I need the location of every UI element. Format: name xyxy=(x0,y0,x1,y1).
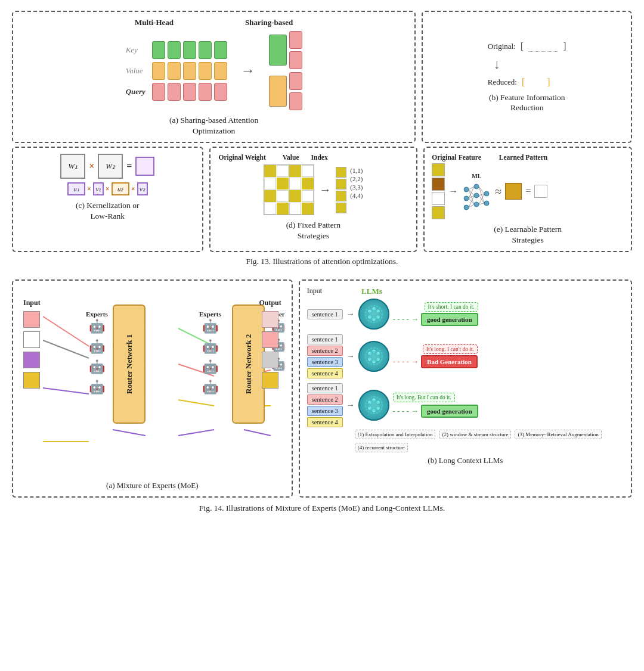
wm-14 xyxy=(302,165,314,177)
moe-subtitle: (a) Mixture of Experts (MoE) xyxy=(20,481,284,490)
panel-a: Multi-Head Sharing-based Key xyxy=(12,11,416,143)
out-1 xyxy=(262,311,278,328)
svg-point-1 xyxy=(464,196,469,201)
wm-41 xyxy=(264,203,276,215)
feat-down-arrow: ↓ xyxy=(494,57,500,72)
of-2 xyxy=(432,178,445,191)
ml-label: ML xyxy=(472,173,481,179)
s2-sent4: sentence 4 xyxy=(307,368,343,378)
in-4 xyxy=(23,372,40,389)
robot3: 🤖 xyxy=(89,359,105,375)
w2-matrix: W₂ xyxy=(98,154,123,179)
wm-24 xyxy=(302,178,314,190)
input-label: Input xyxy=(23,299,41,307)
nn-svg xyxy=(462,181,491,210)
s3-sent2: sentence 2 xyxy=(307,394,343,405)
key-block-3 xyxy=(183,41,196,59)
s3-stack: sentence 1 sentence 2 sentence 3 sentenc… xyxy=(307,383,343,427)
fig14-container: Input Experts 🤖 🤖 🤖 xyxy=(12,279,632,513)
s1-brain xyxy=(358,299,389,330)
kern-times-2: × xyxy=(87,185,91,194)
svg-line-16 xyxy=(479,187,484,194)
s1-box: sentence 1 xyxy=(307,309,343,319)
s3-sent4: sentence 4 xyxy=(307,417,343,427)
fixed-inner: → (1,1) (2,2) xyxy=(264,164,363,215)
s3-brain xyxy=(358,390,389,421)
weight-matrix xyxy=(264,164,314,215)
robot2: 🤖 xyxy=(89,339,105,355)
kern-times-4: × xyxy=(131,185,135,194)
s2-sent1: sentence 1 xyxy=(307,334,343,344)
qry-block-2 xyxy=(168,83,181,101)
s2-sent2: sentence 2 xyxy=(307,346,343,356)
out-2 xyxy=(262,331,278,348)
value-row: Value xyxy=(126,62,227,80)
in-2 xyxy=(23,331,40,348)
robot5: 🤖 xyxy=(202,319,218,334)
share-q1 xyxy=(289,31,302,49)
panel-b: Original: [ ] ↓ Reduced: [ ] (b) Feature… xyxy=(422,11,632,143)
long-subtitle: (b) Long Context LLMs xyxy=(307,456,624,465)
of-3 xyxy=(432,192,445,205)
brain-svg-1 xyxy=(364,304,384,324)
long-input-label: Input xyxy=(307,287,322,296)
panel-d: Original Weight Value Index xyxy=(209,147,418,252)
out-3 xyxy=(262,352,278,368)
idx-4: (4,4) xyxy=(350,192,363,199)
learn-inner: → ML xyxy=(432,163,624,219)
share-key xyxy=(269,35,287,66)
idx-2: (2,2) xyxy=(350,175,363,182)
svg-point-6 xyxy=(484,191,489,196)
svg-line-20 xyxy=(479,195,484,203)
panel-e: Original Feature Learned Pattern → xyxy=(423,147,632,252)
key-block-2 xyxy=(168,41,181,59)
page: Multi-Head Sharing-based Key xyxy=(0,0,644,525)
scenario3-row: sentence 1 sentence 2 sentence 3 sentenc… xyxy=(307,383,624,427)
window-box: (2) window & stream structure xyxy=(439,430,511,439)
result-col xyxy=(534,185,547,198)
svg-line-22 xyxy=(43,316,89,346)
share-q3 xyxy=(289,72,302,90)
share-val xyxy=(269,76,287,107)
val-block-4 xyxy=(199,62,212,80)
long-section: sentence 1 → xyxy=(307,299,624,452)
brain-svg-3 xyxy=(364,395,384,415)
in-1 xyxy=(23,311,40,328)
panel-b-title: (b) Feature InformationReduction xyxy=(489,92,565,113)
techniques-row: (1) Extrapolation and Interpolation (2) … xyxy=(355,430,624,452)
feat-eq-sign: = xyxy=(525,186,531,197)
vi-cell-4 xyxy=(336,203,346,213)
qry-block-1 xyxy=(152,83,165,101)
s1-result: good generation xyxy=(421,313,478,326)
v2: v₂ xyxy=(137,182,148,195)
svg-line-23 xyxy=(43,340,89,358)
reduced-row: Reduced: [ ] xyxy=(488,77,550,88)
kern-times-3: × xyxy=(106,185,110,194)
idx-3: (3,3) xyxy=(350,184,363,191)
svg-line-37 xyxy=(244,430,271,436)
key-row: Key xyxy=(126,41,227,59)
robot4: 🤖 xyxy=(89,380,105,395)
panel-a-inner: Key Value xyxy=(126,31,302,110)
orig-feat-col xyxy=(432,163,445,219)
feat-arrow-right: → xyxy=(448,186,458,197)
query-row: Query xyxy=(126,83,227,101)
robot1: 🤖 xyxy=(89,319,105,334)
svg-line-29 xyxy=(113,430,145,436)
wm-22 xyxy=(277,178,289,190)
key-block-1 xyxy=(152,41,165,59)
s2-brain xyxy=(358,341,389,372)
svg-line-33 xyxy=(178,430,214,436)
val-block-3 xyxy=(183,62,196,80)
wm-34 xyxy=(302,190,314,202)
wm-42 xyxy=(277,203,289,215)
qry-block-3 xyxy=(183,83,196,101)
brain-svg-2 xyxy=(364,346,384,366)
lc-1 xyxy=(505,183,522,200)
robot6: 🤖 xyxy=(202,339,218,355)
s2-stack: sentence 1 sentence 2 sentence 3 sentenc… xyxy=(307,334,343,378)
scenario1-row: sentence 1 → xyxy=(307,299,624,330)
val-block-5 xyxy=(214,62,227,80)
in-3 xyxy=(23,352,40,368)
val-block-2 xyxy=(168,62,181,80)
